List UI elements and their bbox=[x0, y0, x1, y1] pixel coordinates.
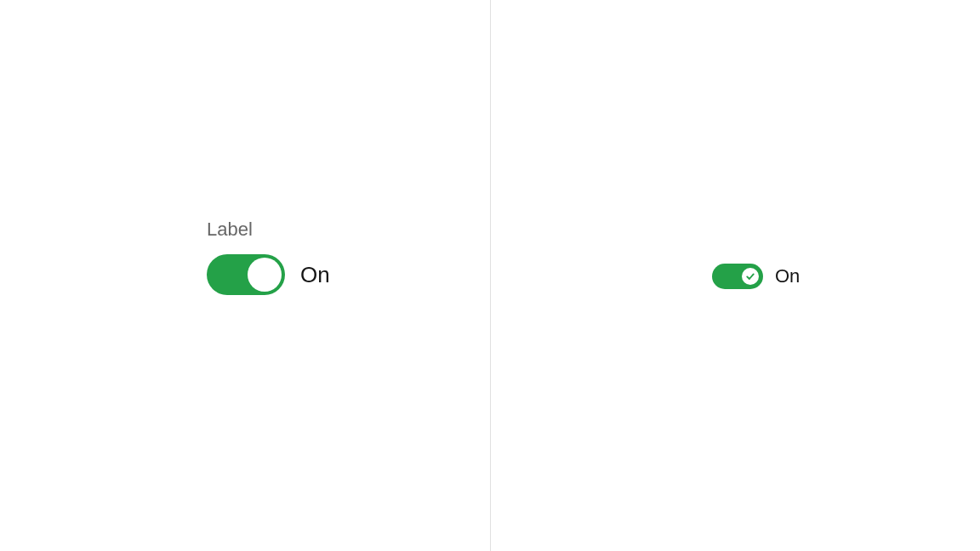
toggle-knob bbox=[248, 258, 282, 292]
toggle-label: Label bbox=[207, 219, 330, 241]
toggle-group-large: Label On bbox=[207, 219, 330, 295]
toggle-switch-small[interactable] bbox=[712, 264, 763, 289]
panel-right: On bbox=[490, 0, 980, 551]
check-icon bbox=[745, 271, 755, 281]
toggle-row: On bbox=[207, 254, 330, 295]
toggle-knob-small bbox=[742, 268, 759, 285]
toggle-group-small: On bbox=[712, 264, 800, 289]
toggle-switch-large[interactable] bbox=[207, 254, 285, 295]
panel-left: Label On bbox=[0, 0, 490, 551]
toggle-status-text-small: On bbox=[775, 265, 800, 287]
toggle-status-text: On bbox=[300, 262, 330, 288]
